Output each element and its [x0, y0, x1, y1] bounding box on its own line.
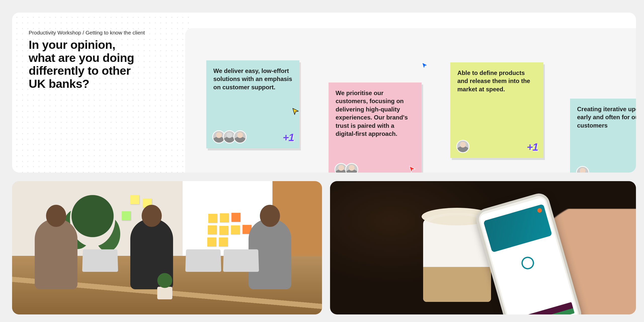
whiteboard-canvas[interactable]: Productivity Workshop / Getting to know … [12, 13, 636, 173]
sticky-text: Able to define products and release them… [457, 69, 536, 93]
dot-grid [12, 13, 193, 173]
sticky-note[interactable]: Creating iterative updates early and oft… [570, 99, 636, 173]
avatar[interactable] [345, 163, 358, 173]
avatar-stack [335, 163, 356, 173]
avatar-stack [212, 130, 244, 143]
page-title: In your opinion, what are you doing diff… [29, 38, 137, 90]
avatar-stack [456, 140, 467, 153]
sticky-note[interactable]: Able to define products and release them… [450, 62, 543, 158]
sticky-note[interactable]: We deliver easy, low-effort solutions wi… [206, 60, 299, 148]
sticky-text: We deliver easy, low-effort solutions wi… [213, 67, 292, 91]
photo-content [12, 181, 322, 314]
sticky-text: Creating iterative updates early and oft… [577, 105, 636, 130]
breadcrumb[interactable]: Productivity Workshop / Getting to know … [29, 30, 145, 36]
avatar-stack [576, 166, 587, 173]
avatar[interactable] [456, 140, 469, 153]
photo-content [330, 181, 636, 314]
sticky-board[interactable]: We deliver easy, low-effort solutions wi… [185, 28, 636, 173]
sticky-note[interactable]: We prioritise our customers, focusing on… [329, 83, 422, 173]
avatar[interactable] [576, 166, 589, 173]
sticky-text: We prioritise our customers, focusing on… [336, 89, 415, 138]
photo-workshop [12, 181, 322, 314]
avatar[interactable] [233, 130, 247, 143]
photo-phone [330, 181, 636, 314]
plus-one-badge[interactable]: +1 [527, 140, 538, 154]
plus-one-badge[interactable]: +1 [283, 131, 294, 145]
